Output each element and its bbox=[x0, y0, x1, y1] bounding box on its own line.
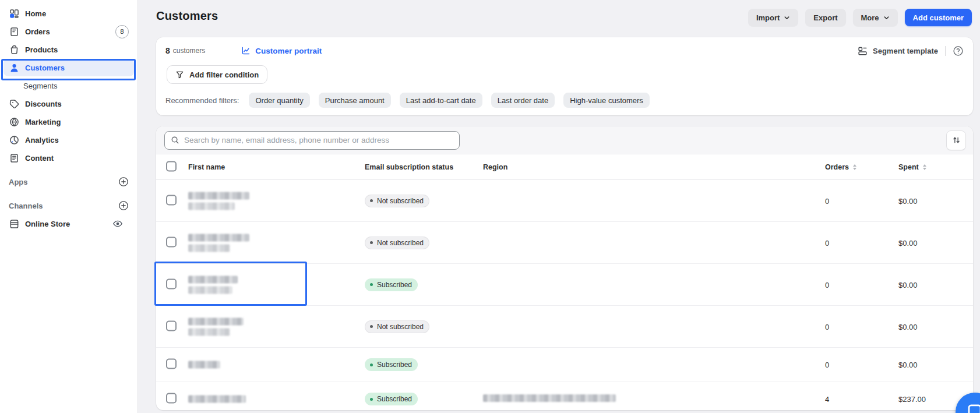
row-checkbox[interactable] bbox=[166, 359, 177, 371]
filter-chip-last-add-to-cart-date[interactable]: Last add-to-cart date bbox=[400, 93, 482, 108]
chat-icon bbox=[966, 403, 980, 413]
header-actions: Import Export More Add customer bbox=[748, 9, 972, 26]
column-header-spent[interactable]: Spent bbox=[898, 163, 926, 171]
sidebar-item-online-store[interactable]: Online Store bbox=[3, 215, 134, 232]
customer-name-redacted bbox=[188, 234, 249, 252]
recommended-filters-row: Recommended filters: Order quantityPurch… bbox=[165, 93, 650, 108]
subscription-status-cell: Subscribed bbox=[365, 358, 418, 371]
row-checkbox[interactable] bbox=[166, 393, 177, 405]
chevron-down-icon bbox=[784, 15, 790, 21]
filter-chip-order-quantity[interactable]: Order quantity bbox=[249, 93, 309, 108]
customer-table-body: Not subscribed0$0.00Not subscribed0$0.00… bbox=[156, 180, 973, 410]
add-customer-button[interactable]: Add customer bbox=[905, 9, 972, 26]
sidebar-item-label: Segments bbox=[23, 82, 58, 90]
sidebar-item-marketing[interactable]: Marketing bbox=[3, 113, 134, 130]
spent-value: $0.00 bbox=[898, 280, 918, 289]
sidebar-item-label: Discounts bbox=[25, 100, 62, 108]
customer-row[interactable]: Subscribed4$237.00 bbox=[156, 382, 973, 410]
spent-value: $0.00 bbox=[898, 196, 918, 205]
status-dot-icon bbox=[370, 283, 373, 286]
import-label: Import bbox=[756, 13, 780, 22]
customer-portrait-link[interactable]: Customer portrait bbox=[241, 46, 322, 55]
sidebar-item-label: Home bbox=[25, 9, 46, 18]
sidebar-item-products[interactable]: Products bbox=[3, 41, 134, 58]
sidebar-item-customers[interactable]: Customers bbox=[3, 59, 134, 76]
sidebar-item-label: Content bbox=[25, 154, 54, 163]
customer-row[interactable]: Not subscribed0$0.00 bbox=[156, 306, 973, 348]
sidebar: HomeOrders8ProductsCustomersSegmentsDisc… bbox=[0, 0, 138, 413]
row-checkbox[interactable] bbox=[166, 195, 177, 207]
orders-value: 0 bbox=[825, 322, 829, 331]
subscription-status-badge: Subscribed bbox=[365, 393, 418, 405]
subscription-status-badge: Not subscribed bbox=[365, 236, 429, 249]
segment-template-button[interactable]: Segment template bbox=[858, 46, 938, 56]
summary-right-group: Segment template bbox=[858, 45, 964, 57]
redacted-text bbox=[188, 192, 249, 199]
sidebar-item-label: Analytics bbox=[25, 136, 59, 144]
sidebar-item-orders[interactable]: Orders8 bbox=[3, 23, 134, 40]
discounts-icon bbox=[9, 98, 19, 109]
sidebar-item-discounts[interactable]: Discounts bbox=[3, 95, 134, 112]
customer-row[interactable]: Not subscribed0$0.00 bbox=[156, 222, 973, 264]
sort-carets-icon bbox=[923, 164, 926, 170]
sidebar-item-label: Online Store bbox=[25, 220, 70, 228]
sidebar-section-label: Channels bbox=[9, 202, 43, 210]
customer-name-redacted bbox=[188, 192, 249, 210]
subscription-status-badge: Not subscribed bbox=[365, 320, 429, 333]
question-mark-icon bbox=[953, 45, 964, 57]
sidebar-item-label: Marketing bbox=[25, 118, 61, 126]
orders-value: 0 bbox=[825, 238, 829, 247]
sidebar-item-content[interactable]: Content bbox=[3, 149, 134, 167]
analytics-icon bbox=[9, 135, 19, 145]
more-button[interactable]: More bbox=[853, 9, 898, 26]
help-button[interactable] bbox=[953, 45, 964, 57]
customer-row[interactable]: Subscribed0$0.00 bbox=[156, 348, 973, 382]
search-input[interactable] bbox=[184, 136, 453, 144]
vertical-divider bbox=[945, 46, 946, 56]
sort-button[interactable] bbox=[946, 130, 966, 150]
redacted-text bbox=[188, 202, 235, 210]
add-filter-condition-button[interactable]: Add filter condition bbox=[167, 65, 267, 84]
customer-row[interactable]: Not subscribed0$0.00 bbox=[156, 180, 973, 222]
row-checkbox[interactable] bbox=[166, 236, 177, 249]
column-header-label: Orders bbox=[825, 163, 849, 171]
column-header-region: Region bbox=[483, 163, 507, 171]
recommended-chips: Order quantityPurchase amountLast add-to… bbox=[249, 93, 649, 108]
segment-template-label: Segment template bbox=[873, 47, 938, 55]
eye-icon[interactable] bbox=[112, 218, 123, 229]
column-header-label: Email subscription status bbox=[365, 163, 453, 171]
row-checkbox[interactable] bbox=[166, 278, 177, 291]
subscription-status-cell: Subscribed bbox=[365, 278, 418, 291]
filters-card: 8 customers Customer portrait Segment te… bbox=[156, 37, 973, 115]
customer-count-suffix: customers bbox=[173, 47, 205, 55]
redacted-text bbox=[188, 286, 232, 294]
plus-circle-icon[interactable] bbox=[118, 200, 129, 211]
customer-row[interactable]: Subscribed0$0.00 bbox=[156, 264, 973, 306]
chevron-down-icon bbox=[883, 15, 890, 21]
column-header-label: Spent bbox=[898, 163, 919, 171]
sort-arrows-icon bbox=[952, 136, 961, 144]
import-button[interactable]: Import bbox=[748, 9, 798, 26]
customers-table-card: First nameEmail subscription statusRegio… bbox=[156, 126, 973, 410]
filter-chip-high-value-customers[interactable]: High-value customers bbox=[563, 93, 650, 108]
select-all-checkbox[interactable] bbox=[166, 161, 177, 173]
summary-row: 8 customers Customer portrait Segment te… bbox=[165, 43, 964, 58]
row-checkbox[interactable] bbox=[166, 320, 177, 333]
subscription-status-cell: Not subscribed bbox=[365, 320, 429, 333]
plus-circle-icon[interactable] bbox=[118, 177, 129, 187]
spent-value: $0.00 bbox=[898, 238, 918, 247]
sidebar-item-segments[interactable]: Segments bbox=[3, 77, 134, 94]
status-dot-icon bbox=[370, 398, 373, 401]
column-header-orders[interactable]: Orders bbox=[825, 163, 856, 171]
filter-chip-last-order-date[interactable]: Last order date bbox=[491, 93, 555, 108]
search-row bbox=[156, 126, 973, 154]
subscription-status-cell: Subscribed bbox=[365, 393, 418, 405]
search-box bbox=[164, 131, 460, 150]
status-label: Not subscribed bbox=[377, 323, 424, 331]
export-button[interactable]: Export bbox=[805, 9, 845, 26]
filter-chip-purchase-amount[interactable]: Purchase amount bbox=[319, 93, 391, 108]
sidebar-item-home[interactable]: Home bbox=[3, 5, 134, 22]
sidebar-item-analytics[interactable]: Analytics bbox=[3, 131, 134, 149]
status-label: Not subscribed bbox=[377, 239, 424, 247]
add-customer-label: Add customer bbox=[913, 13, 964, 22]
